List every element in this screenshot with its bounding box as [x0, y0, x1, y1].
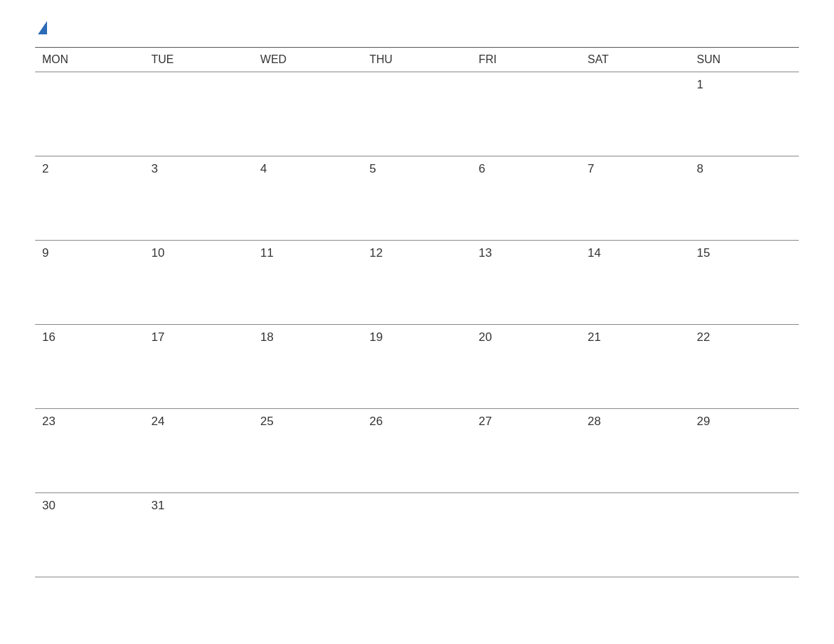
- day-number: 6: [479, 162, 485, 175]
- day-number: 17: [151, 330, 164, 344]
- day-number: 22: [697, 330, 710, 344]
- calendar-cell: [581, 493, 689, 577]
- calendar-cell: 4: [253, 156, 362, 241]
- calendar-cell: 10: [144, 241, 253, 325]
- calendar-cell: 13: [472, 241, 581, 325]
- weekday-header-mon: MON: [35, 48, 144, 72]
- calendar-header: MONTUEWEDTHUFRISATSUN: [35, 48, 799, 72]
- calendar-cell: [581, 72, 689, 156]
- calendar-cell: [472, 493, 581, 577]
- calendar-cell: 27: [472, 409, 581, 493]
- day-number: 15: [697, 246, 710, 260]
- calendar-cell: 12: [362, 241, 471, 325]
- day-number: 25: [260, 415, 274, 428]
- calendar-cell: 17: [144, 325, 253, 409]
- day-number: 5: [369, 162, 376, 175]
- day-number: 13: [479, 246, 492, 260]
- weekday-header-wed: WED: [253, 48, 362, 72]
- day-number: 12: [369, 246, 383, 260]
- day-number: 20: [479, 330, 492, 344]
- day-number: 29: [697, 415, 710, 428]
- day-number: 19: [369, 330, 383, 344]
- day-number: 8: [697, 162, 703, 175]
- weekday-header-sun: SUN: [690, 48, 799, 72]
- calendar-cell: 1: [690, 72, 799, 156]
- logo: [35, 21, 47, 33]
- calendar-cell: 23: [35, 409, 144, 493]
- day-number: 24: [151, 415, 164, 428]
- calendar-cell: 20: [472, 325, 581, 409]
- calendar-cell: 15: [690, 241, 799, 325]
- day-number: 1: [697, 78, 703, 91]
- page-header: [35, 21, 799, 33]
- calendar-cell: 5: [362, 156, 471, 241]
- calendar-cell: 7: [581, 156, 689, 241]
- day-number: 30: [42, 499, 55, 512]
- day-number: 23: [42, 415, 55, 428]
- day-number: 3: [151, 162, 157, 175]
- day-number: 16: [42, 330, 55, 344]
- day-number: 7: [588, 162, 594, 175]
- weekday-header-fri: FRI: [472, 48, 581, 72]
- calendar-cell: [253, 493, 362, 577]
- calendar-cell: 2: [35, 156, 144, 241]
- calendar-cell: 11: [253, 241, 362, 325]
- day-number: 11: [260, 246, 274, 260]
- day-number: 4: [260, 162, 267, 175]
- weekday-header-thu: THU: [362, 48, 471, 72]
- calendar-cell: 31: [144, 493, 253, 577]
- calendar-cell: [362, 493, 471, 577]
- calendar-cell: [144, 72, 253, 156]
- day-number: 27: [479, 415, 492, 428]
- day-number: 21: [588, 330, 601, 344]
- day-number: 2: [42, 162, 48, 175]
- week-row-6: 3031: [35, 493, 799, 577]
- calendar-cell: 25: [253, 409, 362, 493]
- calendar-cell: 8: [690, 156, 799, 241]
- calendar-cell: 19: [362, 325, 471, 409]
- calendar-cell: 30: [35, 493, 144, 577]
- calendar-body: 1234567891011121314151617181920212223242…: [35, 72, 799, 577]
- calendar-cell: 18: [253, 325, 362, 409]
- day-number: 28: [588, 415, 601, 428]
- calendar-cell: [35, 72, 144, 156]
- calendar-cell: 6: [472, 156, 581, 241]
- calendar-cell: 14: [581, 241, 689, 325]
- logo-triangle-icon: [38, 21, 47, 34]
- calendar-cell: 22: [690, 325, 799, 409]
- day-number: 26: [369, 415, 383, 428]
- week-row-2: 2345678: [35, 156, 799, 241]
- week-row-1: 1: [35, 72, 799, 156]
- calendar-cell: [253, 72, 362, 156]
- day-number: 10: [151, 246, 164, 260]
- day-number: 14: [588, 246, 601, 260]
- calendar-cell: 26: [362, 409, 471, 493]
- calendar-cell: [362, 72, 471, 156]
- day-number: 18: [260, 330, 274, 344]
- weekday-header-tue: TUE: [144, 48, 253, 72]
- week-row-3: 9101112131415: [35, 241, 799, 325]
- day-number: 31: [151, 499, 164, 512]
- week-row-5: 23242526272829: [35, 409, 799, 493]
- calendar-cell: 24: [144, 409, 253, 493]
- calendar-cell: [472, 72, 581, 156]
- calendar-cell: [690, 493, 799, 577]
- calendar-cell: 3: [144, 156, 253, 241]
- calendar-table: MONTUEWEDTHUFRISATSUN 123456789101112131…: [35, 47, 799, 577]
- calendar-cell: 29: [690, 409, 799, 493]
- calendar-cell: 28: [581, 409, 689, 493]
- week-row-4: 16171819202122: [35, 325, 799, 409]
- day-number: 9: [42, 246, 48, 260]
- weekday-header-sat: SAT: [581, 48, 689, 72]
- weekday-row: MONTUEWEDTHUFRISATSUN: [35, 48, 799, 72]
- calendar-cell: 21: [581, 325, 689, 409]
- calendar-cell: 16: [35, 325, 144, 409]
- calendar-cell: 9: [35, 241, 144, 325]
